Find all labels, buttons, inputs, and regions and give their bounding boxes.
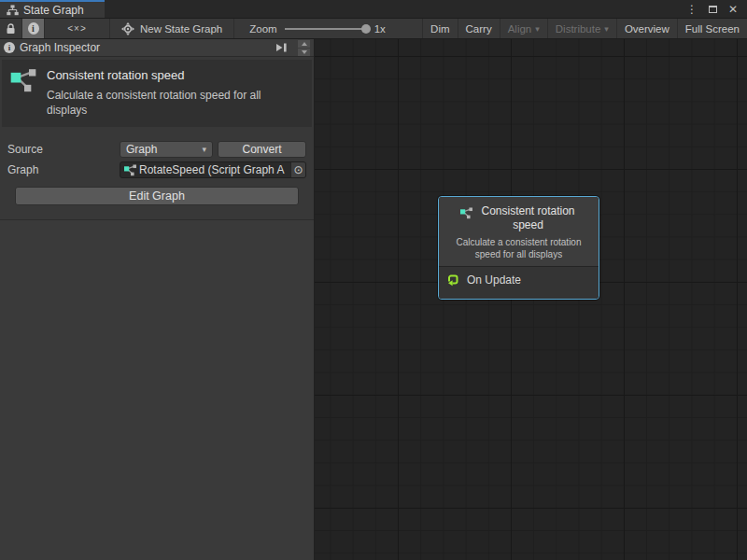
window-controls: ⋮ ✕: [677, 0, 747, 18]
lock-button[interactable]: [0, 19, 22, 38]
state-node-body: On Update: [439, 266, 599, 299]
unity-state-graph-window: State Graph ⋮ ✕ i <×>: [0, 0, 747, 560]
distribute-button: Distribute ▾: [547, 19, 616, 38]
on-update-label: On Update: [467, 273, 521, 287]
dim-button[interactable]: Dim: [422, 19, 457, 38]
graph-info-description: Calculate a consistent rotation speed fo…: [47, 88, 301, 118]
edit-graph-label: Edit Graph: [129, 189, 185, 203]
info-icon: i: [4, 42, 15, 53]
source-dropdown-value: Graph: [126, 143, 157, 156]
align-label: Align: [508, 23, 532, 35]
graph-inspector-title: Graph Inspector: [20, 41, 267, 54]
zoom-value: 1x: [374, 23, 386, 35]
graph-info-title: Consistent rotation speed: [47, 68, 301, 82]
code-icon: <×>: [67, 23, 87, 34]
state-node-header: Consistent rotation speed Calculate a co…: [439, 197, 599, 266]
move-crosshair-icon: [121, 22, 134, 35]
state-node[interactable]: Consistent rotation speed Calculate a co…: [438, 196, 599, 300]
tab-bar: State Graph ⋮ ✕: [0, 0, 747, 18]
dock-panel-button[interactable]: [272, 41, 290, 54]
triangle-up-icon: [302, 42, 307, 46]
edit-graph-button[interactable]: Edit Graph: [15, 187, 299, 205]
graph-inspector-header: i Graph Inspector: [0, 39, 314, 57]
graph-object-value: RotateSpeed (Script Graph A: [139, 163, 290, 176]
state-graph-hierarchy-icon: [7, 5, 19, 16]
dock-icon: [275, 42, 288, 53]
graph-toolbar: i <×> New State Graph Zoom 1x Dim: [0, 18, 747, 39]
spin-up-button[interactable]: [298, 40, 310, 48]
toolbar-empty: [386, 19, 422, 38]
close-icon[interactable]: ✕: [728, 4, 738, 15]
triangle-down-icon: [302, 50, 307, 54]
script-graph-icon: [459, 207, 473, 219]
script-graph-icon: [123, 164, 138, 176]
state-node-title-row: Consistent rotation speed: [443, 204, 595, 232]
graph-row: Graph RotateSpeed (Script Graph A: [7, 161, 306, 178]
maximize-icon[interactable]: [709, 6, 717, 13]
carry-button[interactable]: Carry: [458, 19, 500, 38]
spin-down-button[interactable]: [298, 49, 310, 56]
graph-field-label: Graph: [7, 163, 120, 176]
convert-button[interactable]: Convert: [218, 141, 306, 158]
tab-bar-empty: [105, 0, 677, 18]
info-icon: i: [28, 22, 39, 35]
script-graph-icon: [9, 68, 37, 93]
caret-down-icon: ▾: [202, 145, 206, 154]
main-area: i Graph Inspector: [0, 39, 747, 560]
new-state-graph-label: New State Graph: [140, 23, 222, 35]
convert-label: Convert: [242, 143, 281, 156]
align-button: Align ▾: [500, 19, 547, 38]
source-row: Source Graph ▾ Convert: [7, 141, 306, 158]
graph-object-field[interactable]: RotateSpeed (Script Graph A ⊙: [120, 161, 306, 178]
caret-down-icon: ▾: [604, 24, 609, 34]
caret-down-icon: ▾: [535, 24, 540, 34]
zoom-control: Zoom 1x: [249, 19, 386, 38]
lock-icon: [6, 23, 16, 35]
state-node-title: Consistent rotation speed: [478, 204, 579, 232]
object-picker-button[interactable]: ⊙: [290, 162, 305, 177]
dim-label: Dim: [430, 23, 449, 35]
window-menu-icon[interactable]: ⋮: [686, 4, 698, 15]
code-preview-button[interactable]: <×>: [45, 19, 110, 38]
tab-state-graph[interactable]: State Graph: [0, 0, 105, 18]
graph-canvas[interactable]: Consistent rotation speed Calculate a co…: [315, 39, 747, 560]
zoom-label: Zoom: [249, 23, 276, 35]
state-node-description: Calculate a consistent rotation speed fo…: [443, 236, 595, 260]
distribute-label: Distribute: [556, 23, 601, 35]
new-state-graph-button[interactable]: New State Graph: [110, 19, 234, 38]
graph-info-text: Consistent rotation speed Calculate a co…: [47, 68, 301, 118]
object-picker-icon: ⊙: [293, 163, 303, 176]
overview-label: Overview: [625, 23, 669, 35]
full-screen-button[interactable]: Full Screen: [677, 19, 747, 38]
tab-label: State Graph: [23, 4, 84, 17]
overview-button[interactable]: Overview: [616, 19, 677, 38]
zoom-slider-handle[interactable]: [361, 24, 371, 34]
on-update-event-row[interactable]: On Update: [445, 273, 592, 287]
carry-label: Carry: [466, 23, 492, 35]
inspector-fields: Source Graph ▾ Convert Graph: [0, 127, 314, 205]
panel-spinner: [298, 40, 310, 56]
inspector-toggle-button[interactable]: i: [22, 19, 45, 38]
graph-inspector-panel: i Graph Inspector: [0, 39, 315, 560]
zoom-slider[interactable]: [285, 28, 367, 30]
graph-info-box: Consistent rotation speed Calculate a co…: [2, 60, 312, 127]
update-loop-icon: [445, 273, 460, 287]
source-label: Source: [7, 143, 120, 156]
inspector-empty-area: [0, 219, 314, 560]
full-screen-label: Full Screen: [685, 23, 740, 35]
source-dropdown[interactable]: Graph ▾: [120, 141, 213, 158]
